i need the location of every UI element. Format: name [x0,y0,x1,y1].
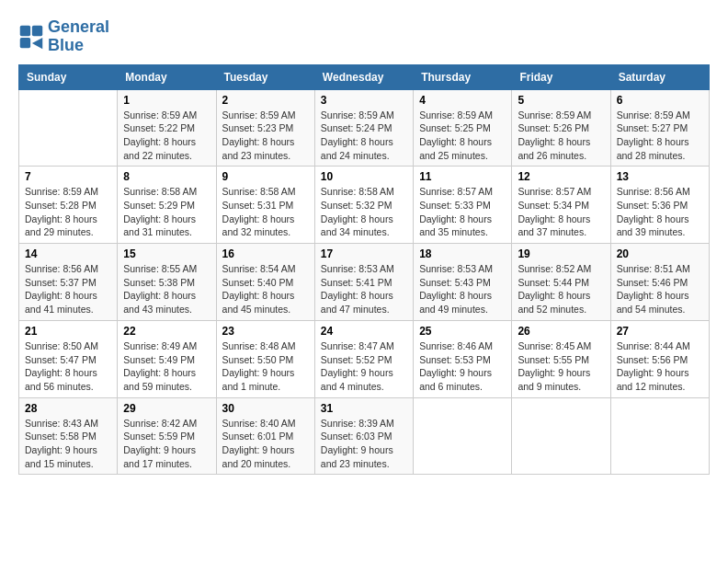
calendar-cell-2-1: 15Sunrise: 8:55 AM Sunset: 5:38 PM Dayli… [118,244,216,321]
day-number: 10 [321,170,407,183]
day-number: 30 [222,402,309,415]
calendar-cell-1-5: 12Sunrise: 8:57 AM Sunset: 5:34 PM Dayli… [512,167,610,244]
day-info: Sunrise: 8:59 AM Sunset: 5:28 PM Dayligh… [25,185,111,239]
calendar-cell-4-2: 30Sunrise: 8:40 AM Sunset: 6:01 PM Dayli… [216,397,314,475]
calendar-cell-3-3: 24Sunrise: 8:47 AM Sunset: 5:52 PM Dayli… [314,320,413,397]
header-day-wednesday: Wednesday [314,64,413,89]
logo-text: General Blue [48,18,109,55]
calendar-cell-2-2: 16Sunrise: 8:54 AM Sunset: 5:40 PM Dayli… [216,244,314,321]
day-info: Sunrise: 8:53 AM Sunset: 5:43 PM Dayligh… [419,262,506,316]
calendar-cell-0-1: 1Sunrise: 8:59 AM Sunset: 5:22 PM Daylig… [118,89,216,167]
calendar-cell-1-4: 11Sunrise: 8:57 AM Sunset: 5:33 PM Dayli… [414,167,512,244]
calendar-cell-0-3: 3Sunrise: 8:59 AM Sunset: 5:24 PM Daylig… [314,89,413,167]
calendar-cell-4-3: 31Sunrise: 8:39 AM Sunset: 6:03 PM Dayli… [314,397,413,475]
day-info: Sunrise: 8:58 AM Sunset: 5:32 PM Dayligh… [321,185,407,239]
calendar-cell-0-4: 4Sunrise: 8:59 AM Sunset: 5:25 PM Daylig… [414,89,512,167]
calendar-table: SundayMondayTuesdayWednesdayThursdayFrid… [18,64,710,476]
day-info: Sunrise: 8:39 AM Sunset: 6:03 PM Dayligh… [321,417,407,471]
day-info: Sunrise: 8:57 AM Sunset: 5:33 PM Dayligh… [419,185,506,239]
day-number: 4 [419,94,506,107]
day-number: 18 [419,247,506,260]
day-info: Sunrise: 8:52 AM Sunset: 5:44 PM Dayligh… [518,262,604,316]
week-row-3: 21Sunrise: 8:50 AM Sunset: 5:47 PM Dayli… [19,320,710,397]
day-info: Sunrise: 8:44 AM Sunset: 5:56 PM Dayligh… [617,339,703,394]
day-number: 6 [617,94,703,107]
day-number: 16 [222,247,309,260]
day-number: 12 [518,170,604,183]
calendar-cell-3-5: 26Sunrise: 8:45 AM Sunset: 5:55 PM Dayli… [512,320,610,397]
day-number: 2 [222,94,309,107]
day-info: Sunrise: 8:59 AM Sunset: 5:22 PM Dayligh… [123,109,210,163]
calendar-cell-0-2: 2Sunrise: 8:59 AM Sunset: 5:23 PM Daylig… [216,89,314,167]
day-info: Sunrise: 8:49 AM Sunset: 5:49 PM Dayligh… [123,339,210,394]
day-number: 11 [419,170,506,183]
day-info: Sunrise: 8:59 AM Sunset: 5:24 PM Dayligh… [321,109,407,163]
day-info: Sunrise: 8:56 AM Sunset: 5:37 PM Dayligh… [25,262,111,316]
calendar-cell-4-0: 28Sunrise: 8:43 AM Sunset: 5:58 PM Dayli… [19,397,118,475]
calendar-cell-1-1: 8Sunrise: 8:58 AM Sunset: 5:29 PM Daylig… [118,167,216,244]
calendar-cell-4-4 [414,397,512,475]
day-number: 14 [25,247,111,260]
calendar-cell-4-5 [512,397,610,475]
day-number: 15 [123,247,210,260]
day-info: Sunrise: 8:42 AM Sunset: 5:59 PM Dayligh… [123,417,210,471]
day-number: 27 [617,325,703,338]
calendar-cell-3-1: 22Sunrise: 8:49 AM Sunset: 5:49 PM Dayli… [118,320,216,397]
day-info: Sunrise: 8:40 AM Sunset: 6:01 PM Dayligh… [222,417,309,471]
day-number: 20 [617,247,703,260]
calendar-cell-2-3: 17Sunrise: 8:53 AM Sunset: 5:41 PM Dayli… [314,244,413,321]
day-number: 8 [123,170,210,183]
day-number: 17 [321,247,407,260]
logo: General Blue [18,18,109,55]
day-info: Sunrise: 8:46 AM Sunset: 5:53 PM Dayligh… [419,339,506,394]
week-row-0: 1Sunrise: 8:59 AM Sunset: 5:22 PM Daylig… [19,89,710,167]
day-info: Sunrise: 8:47 AM Sunset: 5:52 PM Dayligh… [321,339,407,394]
calendar-cell-3-4: 25Sunrise: 8:46 AM Sunset: 5:53 PM Dayli… [414,320,512,397]
week-row-1: 7Sunrise: 8:59 AM Sunset: 5:28 PM Daylig… [19,167,710,244]
day-info: Sunrise: 8:58 AM Sunset: 5:29 PM Dayligh… [123,185,210,239]
header-day-monday: Monday [118,64,216,89]
day-number: 24 [321,325,407,338]
day-number: 19 [518,247,604,260]
day-number: 7 [25,170,111,183]
calendar-cell-2-5: 19Sunrise: 8:52 AM Sunset: 5:44 PM Dayli… [512,244,610,321]
day-info: Sunrise: 8:58 AM Sunset: 5:31 PM Dayligh… [222,185,309,239]
week-row-2: 14Sunrise: 8:56 AM Sunset: 5:37 PM Dayli… [19,244,710,321]
calendar-cell-2-6: 20Sunrise: 8:51 AM Sunset: 5:46 PM Dayli… [610,244,709,321]
day-info: Sunrise: 8:56 AM Sunset: 5:36 PM Dayligh… [617,185,703,239]
calendar-cell-3-6: 27Sunrise: 8:44 AM Sunset: 5:56 PM Dayli… [610,320,709,397]
day-info: Sunrise: 8:54 AM Sunset: 5:40 PM Dayligh… [222,262,309,316]
day-number: 22 [123,325,210,338]
day-number: 1 [123,94,210,107]
svg-rect-1 [32,26,42,36]
calendar-cell-0-0 [19,89,118,167]
day-info: Sunrise: 8:53 AM Sunset: 5:41 PM Dayligh… [321,262,407,316]
day-number: 21 [25,325,111,338]
day-info: Sunrise: 8:59 AM Sunset: 5:27 PM Dayligh… [617,109,703,163]
page-header: General Blue [18,18,710,55]
day-info: Sunrise: 8:45 AM Sunset: 5:55 PM Dayligh… [518,339,604,394]
header-day-thursday: Thursday [414,64,512,89]
day-number: 3 [321,94,407,107]
day-info: Sunrise: 8:50 AM Sunset: 5:47 PM Dayligh… [25,339,111,394]
calendar-cell-2-4: 18Sunrise: 8:53 AM Sunset: 5:43 PM Dayli… [414,244,512,321]
calendar-cell-2-0: 14Sunrise: 8:56 AM Sunset: 5:37 PM Dayli… [19,244,118,321]
day-info: Sunrise: 8:59 AM Sunset: 5:25 PM Dayligh… [419,109,506,163]
calendar-cell-0-5: 5Sunrise: 8:59 AM Sunset: 5:26 PM Daylig… [512,89,610,167]
day-number: 5 [518,94,604,107]
svg-marker-3 [32,38,42,49]
day-info: Sunrise: 8:43 AM Sunset: 5:58 PM Dayligh… [25,417,111,471]
day-info: Sunrise: 8:55 AM Sunset: 5:38 PM Dayligh… [123,262,210,316]
calendar-cell-4-6 [610,397,709,475]
day-number: 13 [617,170,703,183]
day-number: 28 [25,402,111,415]
svg-rect-2 [20,38,30,48]
header-day-friday: Friday [512,64,610,89]
header-day-saturday: Saturday [610,64,709,89]
calendar-cell-1-0: 7Sunrise: 8:59 AM Sunset: 5:28 PM Daylig… [19,167,118,244]
calendar-cell-1-3: 10Sunrise: 8:58 AM Sunset: 5:32 PM Dayli… [314,167,413,244]
calendar-cell-1-6: 13Sunrise: 8:56 AM Sunset: 5:36 PM Dayli… [610,167,709,244]
day-info: Sunrise: 8:51 AM Sunset: 5:46 PM Dayligh… [617,262,703,316]
day-number: 31 [321,402,407,415]
calendar-cell-0-6: 6Sunrise: 8:59 AM Sunset: 5:27 PM Daylig… [610,89,709,167]
